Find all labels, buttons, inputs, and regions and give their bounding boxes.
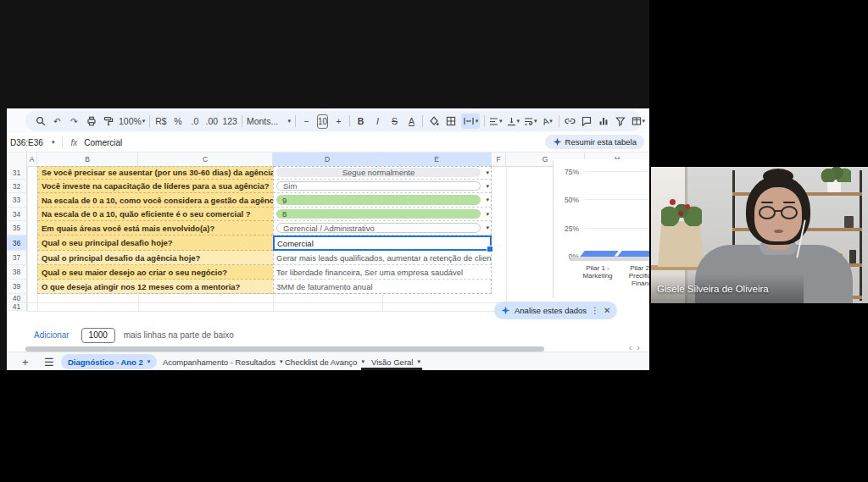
table-icon[interactable]: ▾ (632, 114, 646, 129)
selected-cell-d36[interactable]: Comercial (273, 235, 492, 251)
cell-question-34[interactable]: Na escala de 0 a 10, quão eficiente é o … (37, 208, 273, 221)
corner-box[interactable] (7, 152, 27, 166)
cell-answer-35[interactable]: Gerencial / Administrativo▾ (273, 221, 492, 235)
cell-answer-38[interactable]: Ter liberdade financeira, Ser uma empres… (273, 265, 492, 280)
strikethrough-icon[interactable]: S (388, 114, 401, 129)
column-header-a[interactable]: A (27, 152, 37, 166)
percent-format-icon[interactable]: % (171, 114, 184, 129)
column-header-c[interactable]: C (138, 152, 273, 166)
increase-decimal-icon[interactable]: .00 (205, 114, 218, 129)
column-header-e[interactable]: E (382, 152, 492, 166)
insert-comment-icon[interactable] (581, 114, 593, 129)
toolbar-divider (349, 115, 350, 127)
row-header-31[interactable]: 31 (7, 166, 27, 180)
text-rotation-icon[interactable]: A▾ (542, 114, 554, 129)
bold-icon[interactable]: B (354, 114, 367, 129)
dropdown-chip[interactable]: 8 (276, 209, 481, 219)
row-header-37[interactable]: 37 (7, 251, 27, 265)
fill-color-icon[interactable] (427, 114, 440, 129)
dropdown-chip[interactable]: 9 (276, 195, 481, 205)
merge-cells-icon[interactable]: ▾ (461, 114, 480, 129)
summarize-table-button[interactable]: Resumir esta tabela (545, 135, 644, 149)
font-size-input[interactable]: 10 (317, 114, 328, 129)
cell-question-31[interactable]: Se você precisar se ausentar (por uns 30… (37, 166, 273, 180)
filter-icon[interactable] (615, 114, 627, 129)
cell-question-32[interactable]: Você investe na capacitação de líderes p… (37, 180, 273, 193)
decrease-decimal-icon[interactable]: .0 (188, 114, 201, 129)
formula-value[interactable]: Comercial (84, 138, 122, 147)
decrease-font-size-icon[interactable]: − (300, 114, 313, 129)
dropdown-chip[interactable]: Segue normalmente (276, 168, 481, 177)
row-header-41[interactable]: 41 (7, 302, 27, 311)
cell-question-39[interactable]: O que deseja atingir nos 12 meses com a … (37, 280, 273, 294)
search-icon[interactable] (34, 114, 47, 129)
column-header-f[interactable]: F (492, 152, 506, 166)
add-rows-button[interactable]: Adicionar (34, 330, 70, 340)
text-color-icon[interactable]: A (405, 114, 418, 129)
cell-answer-31[interactable]: Segue normalmente▾ (273, 166, 492, 180)
dropdown-chip[interactable]: Gerencial / Administrativo (276, 223, 481, 233)
row-header-40[interactable]: 40 (7, 294, 27, 302)
formula-bar: D36:E36 ▾ fx Comercial Resumir esta tabe… (7, 133, 649, 152)
cell-question-37[interactable]: Qual o principal desafio da agência hoje… (37, 251, 273, 265)
cell-question-35[interactable]: Em quais áreas você está mais envolvido(… (37, 221, 273, 235)
embedded-chart[interactable]: 75% 50% 25% 0% Pilar 1 - Marketing Pilar… (554, 159, 649, 303)
dropdown-arrow-icon[interactable]: ▾ (486, 197, 489, 203)
chevron-down-icon[interactable]: ▾ (52, 139, 55, 146)
redo-icon[interactable]: ↷ (68, 114, 81, 129)
row-header-35[interactable]: 35 (7, 221, 27, 235)
chevron-down-icon[interactable]: ▾ (417, 358, 420, 365)
undo-icon[interactable]: ↶ (51, 114, 64, 129)
chart-gridline (585, 228, 649, 229)
cell-answer-32[interactable]: Sim▾ (273, 180, 492, 193)
horizontal-align-icon[interactable]: ▾ (489, 114, 503, 129)
borders-icon[interactable] (444, 114, 457, 129)
name-box[interactable]: D36:E36 (7, 138, 51, 147)
row-header-36[interactable]: 36 (7, 235, 27, 251)
text-wrap-icon[interactable]: ▾ (524, 114, 537, 129)
more-formats-icon[interactable]: 123 (222, 114, 237, 129)
dropdown-arrow-icon[interactable]: ▾ (486, 169, 489, 176)
row-header-39[interactable]: 39 (7, 280, 27, 294)
analyse-data-chip[interactable]: Analise estes dados ⋮ ✕ (494, 302, 617, 319)
cell-answer-33[interactable]: 9▾ (273, 193, 492, 208)
row-header-34[interactable]: 34 (7, 208, 27, 221)
dropdown-arrow-icon[interactable]: ▾ (486, 211, 489, 218)
column-header-b[interactable]: B (37, 152, 138, 166)
tab-checklist-de-avanco[interactable]: Checklist de Avanço▾ (278, 354, 371, 369)
dark-object (844, 216, 854, 228)
close-icon[interactable]: ✕ (604, 306, 610, 315)
dropdown-arrow-icon[interactable]: ▾ (486, 183, 489, 190)
add-sheet-icon[interactable]: + (22, 352, 29, 370)
tab-diagnostico-ano-2[interactable]: Diagnóstico - Ano 2▾ (61, 354, 157, 369)
vertical-align-icon[interactable]: ▾ (507, 114, 520, 129)
row-header-38[interactable]: 38 (7, 265, 27, 280)
dropdown-arrow-icon[interactable]: ▾ (486, 224, 489, 231)
column-header-d[interactable]: D (273, 152, 382, 166)
tab-acompanhamento-resultados[interactable]: Acompanhamento - Resultados▾ (156, 354, 290, 369)
italic-icon[interactable]: I (371, 114, 384, 129)
more-options-icon[interactable]: ⋮ (591, 306, 599, 315)
paint-format-icon[interactable] (102, 114, 114, 129)
row-header-32[interactable]: 32 (7, 180, 27, 193)
currency-format-icon[interactable]: R$ (154, 114, 167, 129)
insert-chart-icon[interactable] (598, 114, 610, 129)
cell-answer-37[interactable]: Gerar mais leads qualificados, aumentar … (273, 251, 492, 265)
all-sheets-icon[interactable]: ☰ (44, 352, 54, 370)
zoom-select[interactable]: 100%▾ (119, 114, 145, 129)
print-icon[interactable] (85, 114, 97, 129)
cell-question-36[interactable]: Qual o seu principal desafio hoje? (37, 235, 273, 251)
insert-link-icon[interactable] (564, 114, 576, 129)
row-header-33[interactable]: 33 (7, 193, 27, 208)
font-select[interactable]: Monts...▾ (247, 114, 291, 129)
add-rows-count-input[interactable]: 1000 (81, 328, 115, 343)
cell-question-33[interactable]: Na escala de 0 a 10, como você considera… (37, 193, 273, 208)
cell-answer-34[interactable]: 8▾ (273, 208, 492, 221)
dropdown-chip[interactable]: Sim (276, 181, 481, 191)
fill-handle[interactable] (487, 246, 493, 252)
cell-question-38[interactable]: Qual o seu maior desejo ao criar o seu n… (37, 265, 273, 280)
cell-answer-39[interactable]: 3MM de faturamento anual (273, 280, 492, 294)
toolbar-pill: ↶ ↷ 100%▾ R$ % .0 .00 123 Monts...▾ − 10… (25, 111, 641, 131)
chevron-down-icon[interactable]: ▾ (147, 358, 151, 365)
increase-font-size-icon[interactable]: + (332, 114, 345, 129)
